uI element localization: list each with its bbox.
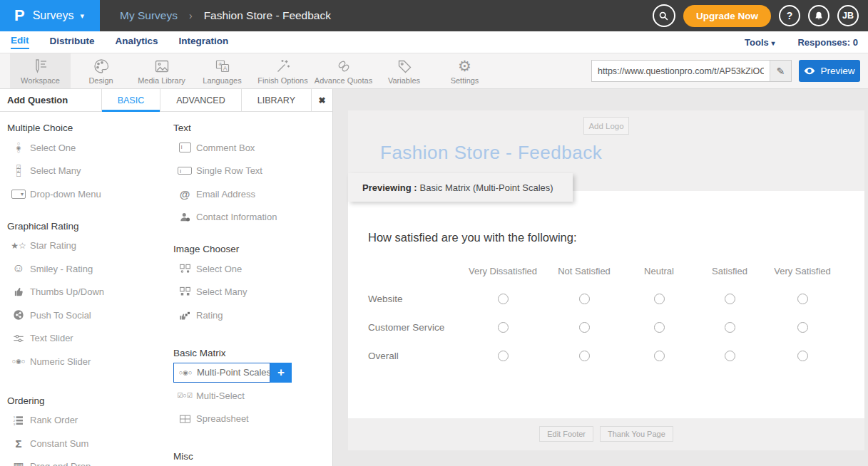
sigma-icon: Σ bbox=[7, 437, 30, 450]
qtype-star-rating[interactable]: ★☆ Star Rating bbox=[7, 234, 166, 258]
toolbar-right: ✎ Preview bbox=[591, 60, 868, 82]
qtype-thumbs-up-down[interactable]: Thumbs Up/Down bbox=[7, 281, 166, 304]
tab-library[interactable]: LIBRARY bbox=[241, 89, 311, 111]
radio-option[interactable] bbox=[725, 351, 735, 361]
matrix-cell bbox=[765, 313, 839, 341]
image-icon bbox=[153, 58, 170, 75]
toolbar-variables[interactable]: Variables bbox=[374, 53, 434, 88]
nav-tab-analytics[interactable]: Analytics bbox=[116, 36, 158, 48]
qtype-image-select-many[interactable]: Select Many bbox=[173, 281, 332, 304]
matrix-corner bbox=[368, 257, 461, 284]
qtype-select-many[interactable]: ☑ ☑ ☐ Select Many bbox=[7, 160, 166, 183]
drag-grid-icon: ▦ bbox=[7, 460, 30, 466]
tab-basic[interactable]: BASIC bbox=[101, 89, 160, 111]
close-panel-button[interactable]: ✖ bbox=[311, 89, 332, 111]
image-radio-icon bbox=[173, 264, 196, 274]
qtype-single-row-text[interactable]: I Single Row Text bbox=[173, 160, 332, 183]
radio-option[interactable] bbox=[579, 294, 590, 304]
toolbar-workspace[interactable]: Workspace bbox=[10, 53, 71, 88]
radio-option[interactable] bbox=[725, 294, 735, 304]
tag-icon bbox=[396, 58, 413, 75]
add-logo-button[interactable]: Add Logo bbox=[583, 117, 629, 135]
qtype-numeric-slider[interactable]: ○◉○ Numeric Slider bbox=[7, 350, 166, 373]
link-icon bbox=[335, 58, 352, 75]
radio-option[interactable] bbox=[725, 322, 735, 333]
responses-count[interactable]: Responses: 0 bbox=[797, 37, 858, 48]
nav-tab-integration[interactable]: Integration bbox=[179, 36, 229, 48]
help-button[interactable]: ? bbox=[779, 5, 800, 26]
toolbar-finish-options[interactable]: Finish Options bbox=[252, 53, 313, 88]
toolbar-design[interactable]: Design bbox=[71, 53, 131, 88]
radio-option[interactable] bbox=[654, 351, 665, 361]
qtype-drag-and-drop[interactable]: ▦ Drag and Drop bbox=[7, 455, 166, 466]
qtype-rank-order[interactable]: 1 2 3 Rank Order bbox=[7, 409, 166, 433]
matrix-cell bbox=[694, 341, 765, 370]
qtype-select-one[interactable]: ○ ◉ ○ Select One bbox=[7, 136, 166, 160]
previewing-value: Basic Matrix (Multi-Point Scales) bbox=[420, 182, 553, 193]
qtype-multi-select[interactable]: ☑○☑ Multi-Select bbox=[173, 384, 332, 408]
qtype-text-slider[interactable]: Text Slider bbox=[7, 327, 166, 351]
toolbar-advance-quotas[interactable]: Advance Quotas bbox=[313, 53, 374, 88]
subnav-right: Tools ▾ Responses: 0 bbox=[745, 37, 858, 48]
toolbar-settings[interactable]: ⚙ Settings bbox=[434, 53, 495, 88]
survey-url-group: ✎ bbox=[591, 60, 792, 82]
section-graphical-rating: Graphical Rating ★☆ Star Rating ☺ Smiley… bbox=[7, 219, 166, 373]
qtype-comment-box[interactable]: I Comment Box bbox=[173, 136, 332, 160]
qtype-image-rating[interactable]: Rating bbox=[173, 304, 332, 327]
add-question-panel: Add Question BASIC ADVANCED LIBRARY ✖ Mu… bbox=[0, 89, 333, 466]
svg-text:A: A bbox=[223, 64, 227, 71]
edit-footer-button[interactable]: Edit Footer bbox=[539, 426, 593, 442]
smiley-icon: ☺ bbox=[7, 262, 30, 276]
matrix-row-label: Website bbox=[368, 284, 461, 313]
radio-option[interactable] bbox=[579, 351, 590, 361]
matrix-col-header: Very Dissatisfied bbox=[461, 257, 544, 284]
tab-advanced[interactable]: ADVANCED bbox=[160, 89, 241, 111]
qtype-spreadsheet[interactable]: Spreadsheet bbox=[173, 408, 332, 431]
survey-preview-title[interactable]: Fashion Store - Feedback bbox=[380, 142, 602, 164]
qtype-email-address[interactable]: @ Email Address bbox=[173, 182, 332, 206]
surveys-menu[interactable]: P Surveys ▾ bbox=[0, 0, 100, 31]
survey-url-input[interactable] bbox=[592, 61, 770, 81]
radio-option[interactable] bbox=[797, 322, 808, 333]
edit-url-button[interactable]: ✎ bbox=[770, 61, 791, 81]
edit-toolbar: Workspace Design Media Library bbox=[0, 53, 868, 89]
user-avatar[interactable]: JB bbox=[837, 5, 859, 26]
radio-option[interactable] bbox=[654, 322, 665, 333]
radio-option[interactable] bbox=[498, 351, 509, 361]
preview-button[interactable]: Preview bbox=[799, 60, 860, 82]
app-root: P Surveys ▾ My Surveys › Fashion Store -… bbox=[0, 0, 868, 466]
avatar-initials: JB bbox=[842, 11, 854, 21]
radio-option[interactable] bbox=[654, 294, 665, 304]
radio-option[interactable] bbox=[797, 294, 808, 304]
radio-option[interactable] bbox=[579, 322, 590, 333]
nav-tab-distribute[interactable]: Distribute bbox=[50, 36, 95, 48]
radio-option[interactable] bbox=[498, 294, 509, 304]
numbered-list-icon: 1 2 3 bbox=[7, 415, 30, 426]
qtype-contact-information[interactable]: Contact Information bbox=[173, 206, 332, 229]
breadcrumb-my-surveys[interactable]: My Surveys bbox=[120, 9, 178, 22]
nav-tab-edit[interactable]: Edit bbox=[11, 35, 29, 49]
radio-option[interactable] bbox=[498, 322, 509, 333]
tools-dropdown[interactable]: Tools ▾ bbox=[745, 37, 775, 48]
section-image-chooser: Image Chooser Select One bbox=[173, 242, 332, 327]
qtype-constant-sum[interactable]: Σ Constant Sum bbox=[7, 432, 166, 455]
matrix-col-header: Satisfied bbox=[694, 257, 765, 284]
radio-option[interactable] bbox=[797, 351, 808, 361]
toolbar-languages[interactable]: ✳ A Languages bbox=[192, 53, 252, 88]
qtype-dropdown-menu[interactable]: ▾ Drop-down Menu bbox=[7, 182, 166, 206]
notifications-button[interactable] bbox=[808, 5, 829, 26]
toolbar-media-library[interactable]: Media Library bbox=[131, 53, 192, 88]
upgrade-now-button[interactable]: Upgrade Now bbox=[683, 5, 771, 27]
qtype-multi-point-scales[interactable]: ○◉○ Multi-Point Scales bbox=[173, 363, 270, 383]
section-ordering: Ordering 1 2 3 Rank Order bbox=[7, 393, 166, 466]
thank-you-page-button[interactable]: Thank You Page bbox=[600, 426, 673, 442]
search-button[interactable] bbox=[653, 4, 675, 27]
qtype-image-select-one[interactable]: Select One bbox=[173, 257, 332, 281]
comment-box-icon: I bbox=[173, 143, 196, 152]
qtype-push-to-social[interactable]: Push To Social bbox=[7, 304, 166, 327]
matrix-cell bbox=[544, 313, 624, 341]
section-text: Text I Comment Box I Single Row Text @ E… bbox=[173, 120, 332, 229]
qtype-smiley-rating[interactable]: ☺ Smiley - Rating bbox=[7, 257, 166, 281]
search-icon bbox=[658, 11, 669, 21]
add-multi-point-scales-button[interactable]: + bbox=[270, 363, 292, 383]
